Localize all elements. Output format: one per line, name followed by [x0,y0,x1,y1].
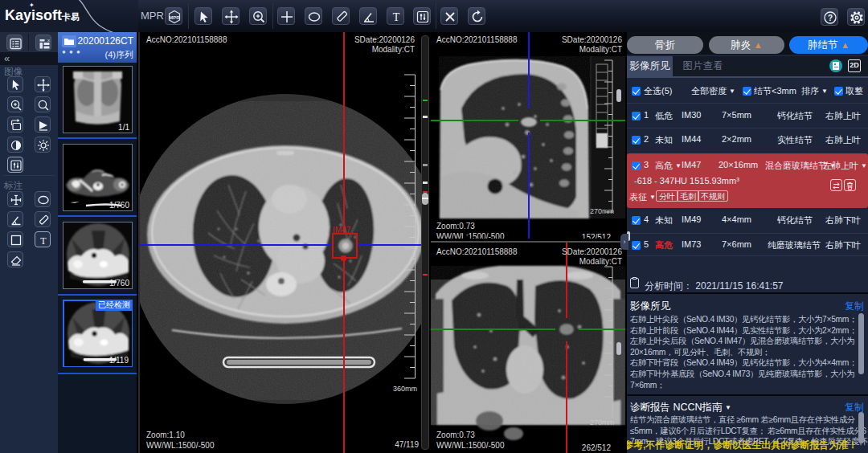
svg-text:MPR: MPR [169,15,180,20]
svg-text:T: T [40,235,47,247]
svg-text:T: T [393,11,400,23]
svg-text:x: x [47,38,50,43]
svg-text:?: ? [828,14,833,22]
